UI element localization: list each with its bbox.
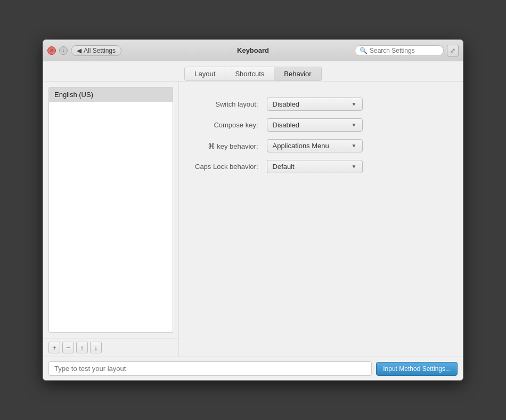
switch-layout-label: Switch layout: [195, 100, 258, 108]
search-input[interactable] [370, 47, 439, 54]
all-settings-button[interactable]: ◀ All Settings [71, 45, 121, 56]
move-down-button[interactable]: ↓ [90, 342, 102, 353]
behavior-settings-grid: Switch layout: Disabled ▼ Compose key: D… [195, 98, 447, 173]
compose-key-label: Compose key: [195, 121, 258, 129]
super-key-value: Applications Menu [273, 142, 329, 150]
tab-shortcuts[interactable]: Shortcuts [225, 67, 274, 81]
search-box[interactable]: 🔍 [355, 45, 444, 56]
compose-key-dropdown[interactable]: Disabled ▼ [267, 118, 363, 132]
compose-key-value: Disabled [273, 121, 300, 129]
super-key-symbol: ⌘ [208, 142, 215, 150]
test-layout-input[interactable] [48, 361, 372, 376]
input-method-settings-button[interactable]: Input Method Settings... [376, 362, 458, 376]
tab-layout[interactable]: Layout [184, 67, 225, 81]
titlebar: ✕ ↓ ◀ All Settings Keyboard 🔍 ⤢ [43, 40, 463, 61]
chevron-down-icon: ▼ [352, 164, 357, 169]
bottom-bar: Input Method Settings... [43, 357, 463, 380]
expand-button[interactable]: ⤢ [447, 45, 459, 56]
switch-layout-dropdown[interactable]: Disabled ▼ [267, 98, 363, 111]
layout-list[interactable]: English (US) [48, 87, 173, 333]
caps-lock-label: Caps Lock behavior: [195, 163, 258, 171]
layout-item[interactable]: English (US) [49, 87, 173, 102]
close-button[interactable]: ✕ [47, 46, 56, 55]
keyboard-settings-window: ✕ ↓ ◀ All Settings Keyboard 🔍 ⤢ Layout S… [43, 39, 463, 381]
chevron-down-icon: ▼ [352, 143, 357, 149]
tabs-bar: Layout Shortcuts Behavior [43, 61, 463, 82]
remove-layout-button[interactable]: − [62, 342, 74, 353]
super-key-dropdown[interactable]: Applications Menu ▼ [267, 139, 363, 152]
chevron-down-icon: ▼ [352, 122, 357, 128]
caps-lock-value: Default [273, 163, 295, 171]
add-layout-button[interactable]: + [48, 342, 60, 353]
right-panel: Switch layout: Disabled ▼ Compose key: D… [179, 82, 463, 357]
chevron-down-icon: ▼ [352, 101, 357, 107]
move-up-button[interactable]: ↑ [76, 342, 88, 353]
back-arrow-icon: ◀ [77, 47, 81, 54]
switch-layout-value: Disabled [273, 100, 300, 108]
minimize-button[interactable]: ↓ [59, 46, 68, 55]
left-panel: English (US) + − ↑ ↓ [43, 82, 179, 357]
super-key-label: ⌘ key behavior: [195, 142, 258, 150]
left-panel-footer: + − ↑ ↓ [43, 338, 178, 357]
window-controls: ✕ ↓ [47, 46, 68, 55]
window-title: Keyboard [237, 46, 269, 54]
search-icon: 🔍 [360, 47, 368, 54]
tab-behavior[interactable]: Behavior [274, 67, 321, 81]
content-area: English (US) + − ↑ ↓ Switch layout: Disa… [43, 82, 463, 357]
caps-lock-dropdown[interactable]: Default ▼ [267, 160, 363, 173]
